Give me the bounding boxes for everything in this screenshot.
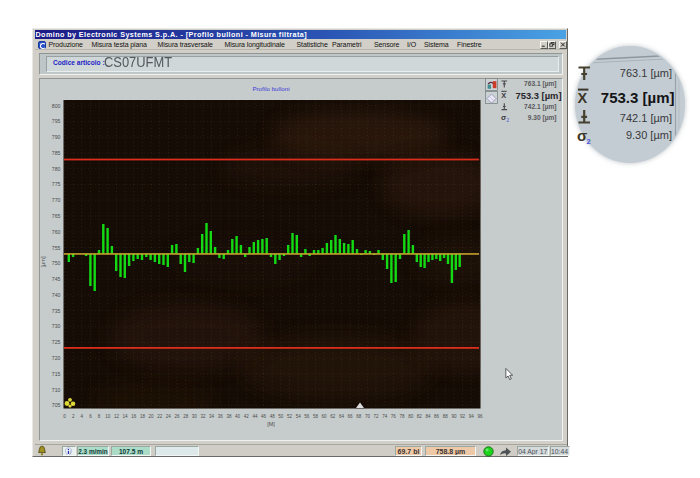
- svg-text:96: 96: [477, 414, 483, 419]
- svg-text:78: 78: [400, 414, 406, 419]
- svg-text:42: 42: [244, 414, 250, 419]
- svg-text:18: 18: [140, 414, 146, 419]
- svg-text:12: 12: [114, 414, 120, 419]
- svg-text:Profilo bulloni: Profilo bulloni: [252, 85, 289, 92]
- svg-text:28: 28: [183, 414, 189, 419]
- svg-text:6: 6: [89, 414, 92, 419]
- svg-text:38: 38: [226, 414, 232, 419]
- svg-text:94: 94: [469, 414, 475, 419]
- svg-text:710: 710: [52, 387, 61, 393]
- svg-text:40: 40: [235, 414, 241, 419]
- svg-text:780: 780: [52, 166, 61, 172]
- svg-text:76: 76: [391, 414, 397, 419]
- svg-text:48: 48: [270, 414, 276, 419]
- svg-text:785: 785: [52, 150, 61, 156]
- svg-text:44: 44: [252, 414, 258, 419]
- svg-text:58: 58: [313, 414, 319, 419]
- svg-text:32: 32: [200, 414, 206, 419]
- svg-text:2: 2: [72, 414, 75, 419]
- svg-text:4: 4: [81, 414, 84, 419]
- svg-text:26: 26: [174, 414, 180, 419]
- svg-text:90: 90: [451, 414, 457, 419]
- svg-text:46: 46: [261, 414, 267, 419]
- svg-text:20: 20: [149, 414, 155, 419]
- svg-text:54: 54: [296, 414, 302, 419]
- svg-text:14: 14: [123, 414, 129, 419]
- svg-text:36: 36: [218, 414, 224, 419]
- svg-text:753.3 [µm]: 753.3 [µm]: [601, 89, 675, 106]
- svg-text:705: 705: [52, 402, 61, 408]
- svg-text:60: 60: [322, 414, 328, 419]
- svg-text:74: 74: [382, 414, 388, 419]
- svg-text:X: X: [578, 90, 588, 106]
- svg-text:0: 0: [63, 414, 66, 419]
- svg-text:10: 10: [105, 414, 111, 419]
- svg-text:52: 52: [287, 414, 293, 419]
- svg-text:795: 795: [52, 118, 61, 124]
- svg-text:88: 88: [443, 414, 449, 419]
- svg-text:9.30 [µm]: 9.30 [µm]: [626, 129, 672, 141]
- svg-text:22: 22: [157, 414, 163, 419]
- svg-text:16: 16: [131, 414, 137, 419]
- svg-text:740: 740: [52, 292, 61, 298]
- svg-text:742.1 [µm]: 742.1 [µm]: [524, 103, 556, 111]
- svg-text:84: 84: [425, 414, 431, 419]
- svg-text:763.1 [µm]: 763.1 [µm]: [620, 67, 672, 79]
- svg-text:760: 760: [52, 229, 61, 235]
- svg-text:66: 66: [348, 414, 354, 419]
- svg-text:725: 725: [52, 339, 61, 345]
- svg-text:790: 790: [52, 134, 61, 140]
- svg-text:70: 70: [365, 414, 371, 419]
- svg-text:2: 2: [507, 118, 510, 123]
- svg-text:750: 750: [52, 260, 61, 266]
- svg-text:72: 72: [374, 414, 380, 419]
- svg-text:2: 2: [587, 137, 591, 146]
- svg-text:68: 68: [356, 414, 362, 419]
- svg-text:82: 82: [417, 414, 423, 419]
- svg-text:742.1 [µm]: 742.1 [µm]: [620, 112, 672, 124]
- svg-text:80: 80: [408, 414, 414, 419]
- svg-text:62: 62: [330, 414, 336, 419]
- svg-text:86: 86: [434, 414, 440, 419]
- svg-text:64: 64: [339, 414, 345, 419]
- svg-text:775: 775: [52, 181, 61, 187]
- svg-text:720: 720: [52, 355, 61, 361]
- svg-text:755: 755: [52, 245, 61, 251]
- svg-text:9.30 [µm]: 9.30 [µm]: [528, 114, 557, 122]
- svg-text:34: 34: [209, 414, 215, 419]
- svg-text:50: 50: [278, 414, 284, 419]
- svg-text:735: 735: [52, 308, 61, 314]
- svg-text:[µm]: [µm]: [40, 256, 46, 267]
- svg-text:765: 765: [52, 213, 61, 219]
- svg-text:56: 56: [304, 414, 310, 419]
- svg-text:800: 800: [52, 103, 61, 109]
- svg-text:715: 715: [52, 371, 61, 377]
- svg-text:745: 745: [52, 276, 61, 282]
- svg-text:730: 730: [52, 323, 61, 329]
- svg-text:770: 770: [52, 197, 61, 203]
- svg-text:763.1 [µm]: 763.1 [µm]: [524, 80, 556, 88]
- svg-text:92: 92: [460, 414, 466, 419]
- svg-text:30: 30: [192, 414, 198, 419]
- svg-text:24: 24: [166, 414, 172, 419]
- svg-text:X: X: [501, 91, 506, 100]
- svg-text:[M]: [M]: [267, 421, 275, 427]
- svg-text:8: 8: [98, 414, 101, 419]
- svg-text:753.3 [µm]: 753.3 [µm]: [515, 90, 561, 101]
